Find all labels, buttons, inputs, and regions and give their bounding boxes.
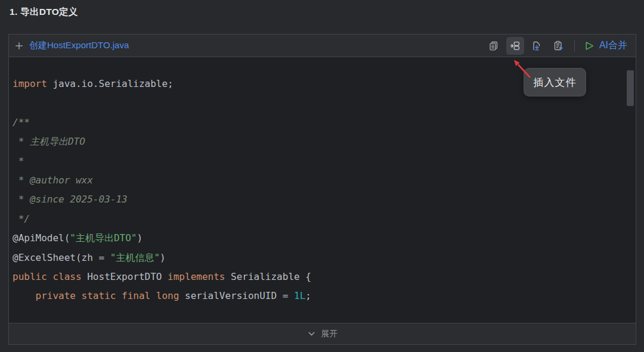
code-lines: import java.io.Serializable; /** * 主机导出D… (13, 74, 624, 306)
code-line (13, 94, 624, 113)
code-line: */ (13, 210, 624, 229)
code-line: * (13, 152, 624, 171)
page-title: 1. 导出DTO定义 (10, 6, 78, 18)
copy-icon[interactable] (485, 37, 503, 55)
code-line: * @since 2025-03-13 (13, 190, 624, 209)
chevron-down-icon (307, 329, 316, 338)
code-line: * @author wxx (13, 171, 624, 190)
scrollbar-thumb[interactable] (627, 70, 634, 106)
code-line: @ApiModel("主机导出DTO") (13, 229, 624, 248)
code-line: public class HostExportDTO implements Se… (13, 267, 624, 286)
insert-file-icon[interactable] (506, 37, 524, 55)
code-line: private static final long serialVersionU… (13, 286, 624, 306)
code-line: /** (13, 113, 624, 132)
plus-icon (14, 41, 24, 51)
ai-merge-label: AI合并 (599, 39, 627, 52)
code-line: @ExcelSheet(zh = "主机信息") (13, 248, 624, 267)
clipboard-apply-icon[interactable] (549, 37, 567, 55)
tooltip: 插入文件 (524, 68, 586, 96)
tooltip-text: 插入文件 (534, 76, 577, 89)
filename-label: 创建HostExportDTO.java (29, 40, 129, 51)
code-area: import java.io.Serializable; /** * 主机导出D… (9, 57, 636, 323)
expand-label: 展开 (321, 329, 338, 339)
toolbar-separator (574, 40, 575, 52)
save-to-file-icon[interactable] (528, 37, 546, 55)
expand-button[interactable]: 展开 (9, 323, 636, 344)
code-block-header: 创建HostExportDTO.java (9, 35, 636, 57)
code-line: * 主机导出DTO (13, 132, 624, 151)
toolbar: AI合并 (485, 37, 630, 55)
ai-merge-button[interactable]: AI合并 (582, 38, 630, 53)
play-icon (584, 41, 595, 51)
